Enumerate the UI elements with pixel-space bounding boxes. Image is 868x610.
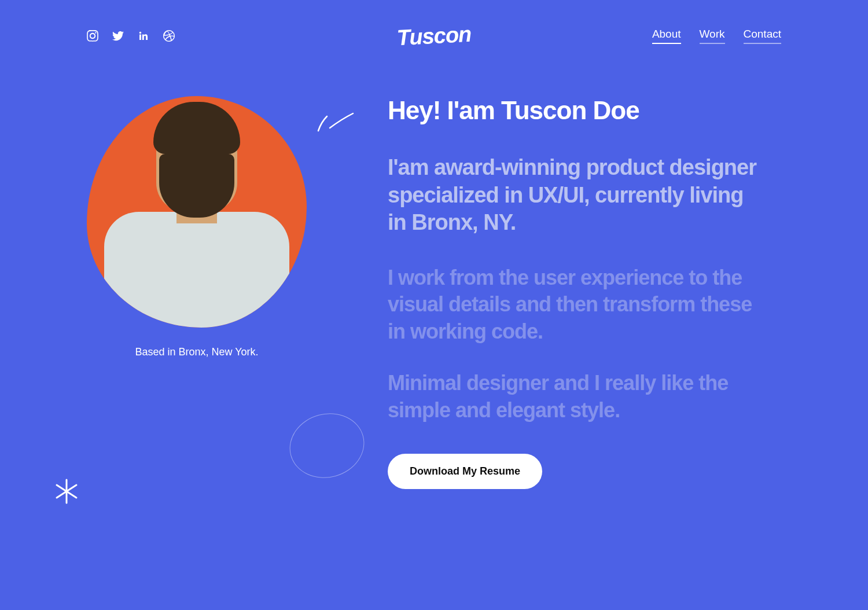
profile-section: Based in Bronx, New York.: [87, 96, 330, 489]
content-column: Hey! I'am Tuscon Doe I'am award-winning …: [388, 96, 758, 489]
dribbble-icon[interactable]: [163, 30, 175, 42]
social-icons: [87, 30, 175, 42]
linkedin-icon[interactable]: [138, 30, 149, 42]
paragraph-2: Minimal designer and I really like the s…: [388, 370, 758, 424]
logo[interactable]: Tuscon: [396, 21, 472, 50]
oval-decoration-icon: [282, 406, 372, 487]
paragraph-1: I work from the user experience to the v…: [388, 264, 758, 346]
headline: Hey! I'am Tuscon Doe: [388, 96, 758, 125]
nav-work[interactable]: Work: [700, 28, 725, 44]
location-text: Based in Bronx, New York.: [87, 346, 307, 358]
nav-contact[interactable]: Contact: [744, 28, 781, 44]
asterisk-decoration-icon: [52, 477, 81, 506]
subheadline: I'am award-winning product designer spec…: [388, 154, 758, 237]
main-content: Based in Bronx, New York. Hey! I'am Tusc…: [0, 44, 868, 489]
spark-decoration-icon: [312, 102, 359, 142]
twitter-icon[interactable]: [112, 30, 124, 42]
nav: About Work Contact: [652, 28, 781, 44]
profile-avatar: [87, 96, 307, 328]
header: Tuscon About Work Contact: [0, 0, 868, 44]
instagram-icon[interactable]: [87, 30, 98, 42]
download-resume-button[interactable]: Download My Resume: [388, 454, 542, 489]
nav-about[interactable]: About: [652, 28, 681, 44]
